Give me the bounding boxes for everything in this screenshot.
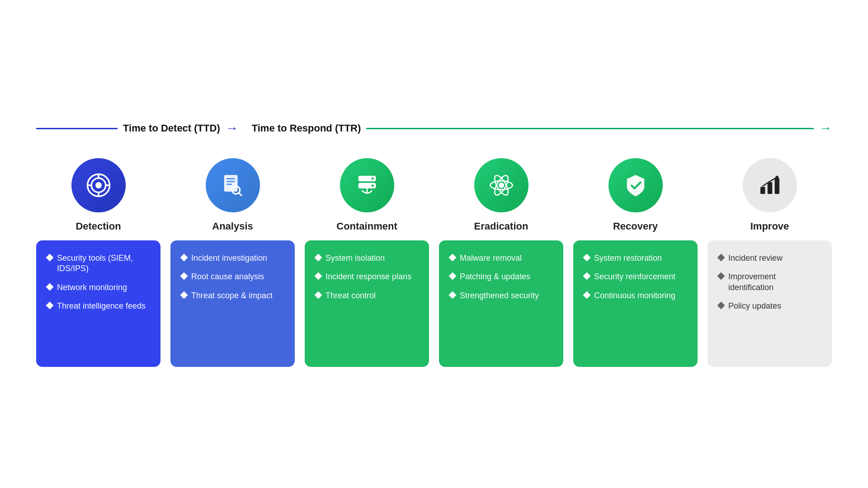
col-detection: Detection Security tools (SIEM, IDS/IPS)… [36,158,160,367]
detection-list: Security tools (SIEM, IDS/IPS) Network m… [47,253,150,312]
containment-circle [340,158,394,212]
bullet [717,302,725,310]
svg-rect-8 [226,178,235,179]
col-recovery: Recovery System restoration Security rei… [573,158,698,367]
detection-item-2: Network monitoring [47,282,150,293]
ttr-timeline: Time to Respond (TTR) → [252,121,832,136]
recovery-item-2: Security reinforcement [584,272,687,282]
analysis-list: Incident investigation Root cause analys… [181,253,284,301]
document-search-icon [220,173,245,198]
eradication-circle [474,158,528,212]
bullet [180,291,188,299]
shield-check-icon [623,173,648,198]
svg-point-18 [498,183,504,188]
bullet [315,254,322,262]
timeline-row: Time to Detect (TTD) → Time to Respond (… [36,121,832,136]
detection-item-3: Threat intelligence feeds [47,301,150,311]
bullet [46,302,54,310]
svg-rect-22 [760,187,765,194]
recovery-item-3: Continuous monitoring [584,291,687,301]
detection-circle [71,158,126,212]
detection-card: Security tools (SIEM, IDS/IPS) Network m… [36,240,160,367]
recovery-label: Recovery [613,221,658,232]
svg-point-16 [371,184,373,187]
bullet [583,272,591,280]
ttd-label: Time to Detect (TTD) [123,122,220,134]
svg-rect-24 [774,178,779,194]
analysis-card: Incident investigation Root cause analys… [170,240,295,367]
svg-rect-23 [767,182,772,194]
improve-label: Improve [750,221,789,232]
improve-card: Incident review Improvement identificati… [708,240,832,367]
chart-bar-icon [757,173,783,198]
svg-rect-7 [224,175,237,192]
analysis-item-3: Threat scope & impact [181,291,284,301]
eradication-item-3: Strengthened security [450,291,552,301]
containment-item-2: Incident response plans [316,272,418,282]
col-containment: Containment System isolation Incident re… [305,158,429,367]
detection-item-1: Security tools (SIEM, IDS/IPS) [47,253,150,274]
bullet [46,283,54,291]
containment-item-1: System isolation [316,253,418,263]
svg-point-2 [95,182,102,188]
bullet [583,291,591,299]
eradication-item-1: Malware removal [450,253,552,263]
svg-rect-10 [226,184,232,185]
improve-item-3: Policy updates [718,301,821,311]
analysis-circle [206,158,260,212]
ttr-line [366,128,814,129]
eradication-label: Eradication [474,221,528,232]
atom-icon [489,173,514,198]
ttd-line-left [36,128,118,129]
eradication-card: Malware removal Patching & updates Stren… [439,240,563,367]
analysis-label: Analysis [212,221,253,232]
improve-item-2: Improvement identification [718,272,821,293]
bullet [46,254,54,262]
svg-point-25 [775,176,778,179]
ttd-timeline: Time to Detect (TTD) → [36,121,238,136]
containment-item-3: Threat control [316,291,418,301]
eradication-item-2: Patching & updates [450,272,552,282]
bullet [315,272,322,280]
ttr-label: Time to Respond (TTR) [252,122,361,134]
improve-list: Incident review Improvement identificati… [718,253,821,312]
svg-line-12 [239,193,241,196]
bullet [449,272,457,280]
bullet [449,291,457,299]
recovery-list: System restoration Security reinforcemen… [584,253,687,301]
svg-point-15 [371,178,373,180]
col-analysis: Analysis Incident investigation Root cau… [170,158,295,367]
server-hand-icon [354,173,380,198]
col-eradication: Eradication Malware removal Patching & u… [439,158,563,367]
bullet [717,254,725,262]
analysis-item-2: Root cause analysis [181,272,284,282]
columns-row: Detection Security tools (SIEM, IDS/IPS)… [36,158,832,367]
bullet [315,291,322,299]
containment-card: System isolation Incident response plans… [305,240,429,367]
recovery-card: System restoration Security reinforcemen… [573,240,698,367]
ttr-arrow: → [819,121,832,136]
recovery-item-1: System restoration [584,253,687,263]
improve-item-1: Incident review [718,253,821,263]
col-improve: Improve Incident review Improvement iden… [708,158,832,367]
containment-label: Containment [336,221,397,232]
bullet [180,254,188,262]
eradication-list: Malware removal Patching & updates Stren… [450,253,552,301]
detection-label: Detection [75,221,121,232]
svg-rect-9 [226,181,235,182]
ttd-arrow: → [226,121,238,136]
containment-list: System isolation Incident response plans… [316,253,418,301]
improve-circle [743,158,797,212]
bullet [717,272,725,280]
bullet [583,254,591,262]
recovery-circle [609,158,663,212]
target-icon [86,173,111,198]
bullet [449,254,457,262]
bullet [180,272,188,280]
analysis-item-1: Incident investigation [181,253,284,263]
